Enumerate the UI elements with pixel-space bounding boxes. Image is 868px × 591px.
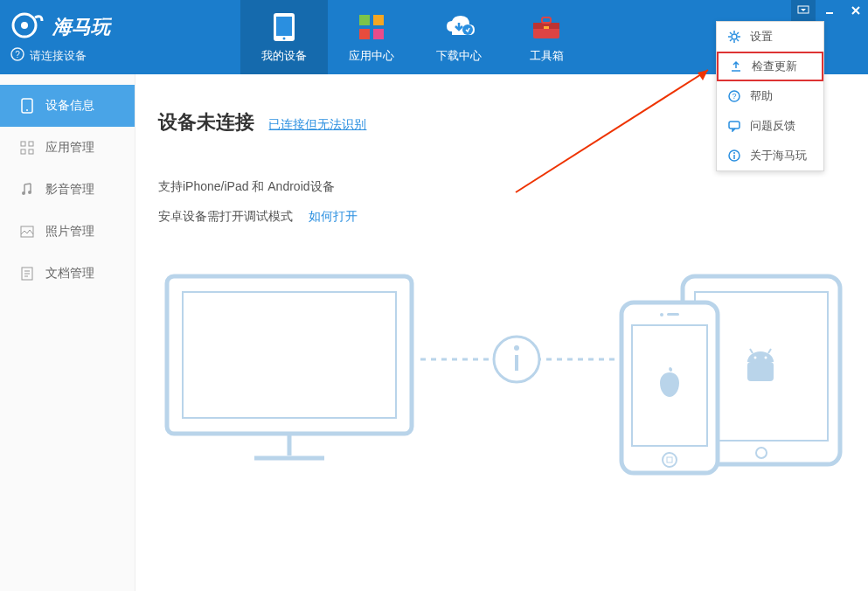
svg-point-25 bbox=[28, 191, 31, 194]
info-icon bbox=[727, 149, 741, 163]
sidebar-label: 照片管理 bbox=[45, 224, 94, 240]
svg-rect-22 bbox=[21, 149, 25, 154]
svg-point-37 bbox=[514, 345, 519, 351]
debug-text: 安卓设备需打开调试模式 bbox=[158, 209, 293, 223]
tab-label: 应用中心 bbox=[349, 48, 394, 64]
svg-rect-20 bbox=[21, 142, 25, 146]
svg-point-45 bbox=[754, 357, 757, 359]
svg-rect-65 bbox=[729, 122, 740, 129]
dropdown-menu: 设置 检查更新 ? 帮助 问题反馈 关于海马玩 bbox=[716, 21, 824, 171]
menu-label: 设置 bbox=[750, 29, 773, 45]
svg-point-46 bbox=[765, 357, 767, 359]
sidebar-item-device-info[interactable]: 设备信息 bbox=[0, 85, 135, 127]
svg-rect-14 bbox=[542, 17, 551, 23]
device-icon bbox=[19, 98, 35, 114]
tab-label: 工具箱 bbox=[530, 48, 564, 64]
phone-icon bbox=[268, 11, 300, 43]
link-how-to-open[interactable]: 如何打开 bbox=[309, 209, 358, 223]
menu-label: 帮助 bbox=[750, 88, 773, 104]
sidebar-item-app-manage[interactable]: 应用管理 bbox=[0, 127, 135, 169]
image-icon bbox=[19, 224, 35, 240]
tab-label: 我的设备 bbox=[261, 48, 307, 64]
svg-line-60 bbox=[737, 32, 739, 34]
menu-item-help[interactable]: ? 帮助 bbox=[717, 81, 823, 111]
sidebar-item-doc-manage[interactable]: 文档管理 bbox=[0, 253, 135, 295]
menu-item-settings[interactable]: 设置 bbox=[717, 22, 823, 52]
tab-my-device[interactable]: 我的设备 bbox=[240, 0, 328, 74]
minimize-button[interactable] bbox=[817, 0, 842, 21]
svg-point-1 bbox=[21, 22, 28, 29]
tab-app-center[interactable]: 应用中心 bbox=[328, 0, 415, 74]
svg-point-6 bbox=[283, 37, 286, 39]
svg-rect-15 bbox=[544, 26, 549, 29]
menu-item-about[interactable]: 关于海马玩 bbox=[717, 141, 823, 170]
svg-point-41 bbox=[756, 448, 767, 458]
svg-rect-42 bbox=[747, 362, 774, 381]
close-button[interactable] bbox=[844, 0, 868, 21]
gear-icon bbox=[727, 30, 741, 44]
sidebar-item-media-manage[interactable]: 影音管理 bbox=[0, 169, 135, 211]
brand-subtitle: 请连接设备 bbox=[30, 48, 87, 64]
tab-download-center[interactable]: 下载中心 bbox=[415, 0, 503, 74]
svg-rect-9 bbox=[359, 29, 370, 39]
document-icon bbox=[19, 266, 35, 282]
sidebar: 设备信息 应用管理 影音管理 照片管理 文档管理 bbox=[0, 74, 135, 591]
menu-dropdown-button[interactable] bbox=[791, 0, 816, 21]
brand: 海马玩 ? 请连接设备 bbox=[0, 0, 135, 74]
svg-rect-52 bbox=[667, 313, 679, 316]
svg-line-61 bbox=[730, 39, 732, 41]
svg-point-11 bbox=[462, 24, 473, 35]
tab-toolbox[interactable]: 工具箱 bbox=[503, 0, 590, 74]
svg-point-53 bbox=[732, 34, 737, 39]
svg-rect-32 bbox=[183, 292, 396, 418]
apps-icon bbox=[356, 11, 387, 43]
svg-rect-8 bbox=[373, 15, 384, 25]
upload-icon bbox=[729, 59, 743, 73]
grid-icon bbox=[19, 140, 35, 156]
brand-title: 海马玩 bbox=[52, 14, 110, 40]
music-icon bbox=[19, 182, 35, 198]
svg-rect-21 bbox=[29, 142, 33, 146]
svg-line-58 bbox=[730, 32, 732, 34]
svg-line-59 bbox=[737, 39, 739, 41]
logo-icon bbox=[10, 10, 45, 44]
svg-line-43 bbox=[750, 349, 753, 353]
tab-label: 下载中心 bbox=[436, 48, 482, 64]
svg-point-24 bbox=[22, 191, 25, 195]
tabs: 我的设备 应用中心 下载中心 工具箱 bbox=[240, 0, 590, 74]
svg-rect-10 bbox=[373, 29, 384, 39]
svg-rect-23 bbox=[29, 149, 33, 154]
cloud-download-icon bbox=[443, 11, 475, 43]
sidebar-label: 设备信息 bbox=[45, 98, 94, 114]
svg-text:?: ? bbox=[732, 92, 736, 101]
window-controls bbox=[791, 0, 868, 21]
sidebar-item-photo-manage[interactable]: 照片管理 bbox=[0, 211, 135, 253]
help-circle-icon: ? bbox=[727, 89, 741, 103]
sidebar-label: 应用管理 bbox=[45, 140, 94, 156]
support-text: 支持iPhone/iPad 和 Android设备 bbox=[158, 179, 845, 195]
svg-rect-5 bbox=[276, 17, 292, 36]
menu-label: 问题反馈 bbox=[750, 118, 795, 134]
sidebar-label: 文档管理 bbox=[45, 266, 94, 282]
menu-label: 关于海马玩 bbox=[750, 148, 807, 163]
link-cannot-recognize[interactable]: 已连接但无法识别 bbox=[268, 117, 366, 131]
menu-item-check-update[interactable]: 检查更新 bbox=[717, 52, 823, 81]
page-title: 设备未连接 bbox=[158, 109, 254, 136]
illustration bbox=[158, 268, 845, 477]
menu-label: 检查更新 bbox=[752, 59, 797, 74]
help-icon[interactable]: ? bbox=[10, 47, 24, 64]
menu-item-feedback[interactable]: 问题反馈 bbox=[717, 111, 823, 141]
chat-icon bbox=[727, 119, 741, 133]
svg-rect-31 bbox=[167, 276, 412, 434]
sidebar-label: 影音管理 bbox=[45, 182, 94, 198]
svg-point-51 bbox=[660, 313, 663, 316]
svg-point-67 bbox=[733, 152, 735, 154]
svg-rect-7 bbox=[359, 15, 370, 25]
svg-point-19 bbox=[26, 109, 28, 111]
svg-line-44 bbox=[768, 349, 771, 353]
svg-text:?: ? bbox=[15, 50, 20, 59]
toolbox-icon bbox=[531, 11, 562, 43]
